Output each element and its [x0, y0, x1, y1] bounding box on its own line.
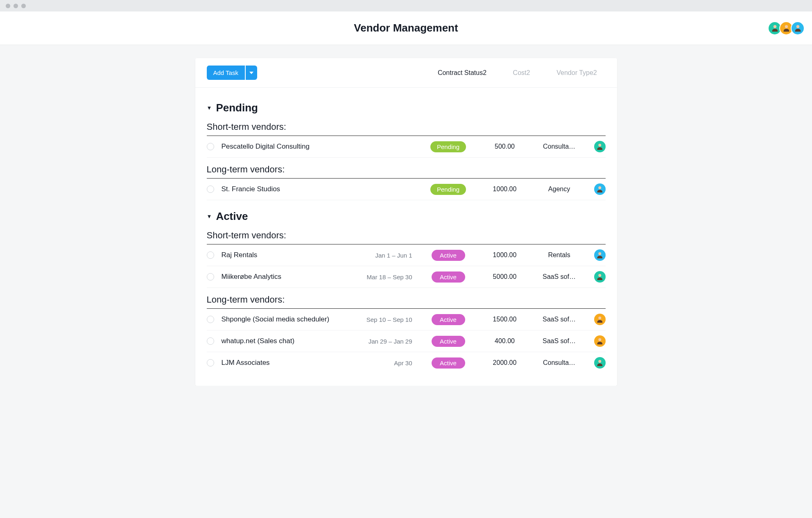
complete-checkbox[interactable]: [207, 185, 214, 193]
task-row[interactable]: Miikerøbe AnalyticsMar 18 – Sep 30Active…: [207, 266, 606, 288]
column-headers: Contract Status2 Cost2 Vendor Type2: [430, 69, 606, 77]
complete-checkbox[interactable]: [207, 337, 214, 345]
person-icon: [596, 315, 604, 323]
status-badge[interactable]: Active: [432, 271, 465, 283]
task-name[interactable]: Pescatello Digital Consulting: [222, 143, 352, 151]
task-name[interactable]: whatup.net (Sales chat): [222, 337, 352, 345]
collaborator-avatars[interactable]: [770, 21, 805, 35]
task-name[interactable]: Miikerøbe Analytics: [222, 273, 352, 281]
avatar[interactable]: [594, 249, 606, 261]
section-header[interactable]: ▼Pending: [207, 102, 606, 114]
status-badge[interactable]: Active: [432, 314, 465, 325]
traffic-light-zoom[interactable]: [21, 4, 26, 8]
page-title: Vendor Management: [354, 22, 458, 34]
task-row[interactable]: St. Francie StudiosPending1000.00Agency: [207, 179, 606, 200]
status-badge[interactable]: Pending: [430, 184, 466, 195]
cost-value: 500.00: [480, 143, 529, 150]
task-name[interactable]: St. Francie Studios: [222, 185, 352, 193]
column-header-status[interactable]: Contract Status2: [430, 69, 495, 77]
svg-point-8: [598, 186, 601, 189]
cost-value: 1000.00: [480, 251, 529, 259]
person-icon: [782, 24, 791, 32]
svg-point-18: [598, 360, 601, 363]
chevron-down-icon: [249, 72, 253, 74]
caret-down-icon: ▼: [207, 213, 212, 219]
complete-checkbox[interactable]: [207, 273, 214, 280]
complete-checkbox[interactable]: [207, 143, 214, 150]
task-date-range: Sep 10 – Sep 10: [355, 316, 416, 323]
section-title-text: Active: [216, 210, 248, 223]
vendor-type-value: SaaS sof…: [533, 273, 586, 280]
avatar[interactable]: [594, 357, 606, 369]
svg-point-14: [598, 317, 601, 319]
task-date-range: Apr 30: [355, 360, 416, 366]
section-title-text: Pending: [216, 102, 258, 114]
svg-point-12: [598, 274, 601, 277]
svg-point-0: [773, 25, 776, 28]
status-badge[interactable]: Active: [432, 250, 465, 261]
task-date-range: Jan 1 – Jun 1: [355, 252, 416, 259]
add-task-dropdown[interactable]: [246, 66, 257, 80]
avatar[interactable]: [791, 21, 805, 35]
task-row[interactable]: LJM AssociatesApr 30Active2000.00Consult…: [207, 352, 606, 373]
column-header-cost[interactable]: Cost2: [495, 69, 548, 77]
person-icon: [771, 24, 779, 32]
status-badge[interactable]: Active: [432, 357, 465, 369]
vendor-type-value: SaaS sof…: [533, 337, 586, 345]
task-row[interactable]: Raj RentalsJan 1 – Jun 1Active1000.00Ren…: [207, 244, 606, 266]
cost-value: 5000.00: [480, 273, 529, 280]
vendor-type-value: Agency: [533, 185, 586, 193]
svg-point-10: [598, 252, 601, 255]
avatar[interactable]: [594, 271, 606, 283]
person-icon: [596, 251, 604, 259]
svg-point-2: [785, 25, 787, 28]
person-icon: [596, 337, 604, 345]
cost-value: 2000.00: [480, 359, 529, 366]
traffic-light-close[interactable]: [6, 4, 10, 8]
svg-point-6: [598, 144, 601, 147]
group-header[interactable]: Short-term vendors:: [207, 230, 606, 244]
person-icon: [596, 359, 604, 367]
group-header[interactable]: Long-term vendors:: [207, 294, 606, 309]
person-icon: [596, 185, 604, 193]
app-header: Vendor Management: [0, 11, 812, 45]
task-date-range: Mar 18 – Sep 30: [355, 274, 416, 280]
task-date-range: Jan 29 – Jan 29: [355, 338, 416, 345]
svg-point-4: [796, 25, 799, 28]
vendor-type-value: SaaS sof…: [533, 316, 586, 323]
content-area: ▼PendingShort-term vendors:Pescatello Di…: [195, 88, 617, 373]
status-badge[interactable]: Active: [432, 336, 465, 347]
group-header[interactable]: Short-term vendors:: [207, 122, 606, 136]
cost-value: 1000.00: [480, 185, 529, 193]
cost-value: 400.00: [480, 337, 529, 345]
svg-point-16: [598, 338, 601, 341]
task-name[interactable]: Raj Rentals: [222, 251, 352, 259]
task-row[interactable]: Shpongle (Social media scheduler)Sep 10 …: [207, 309, 606, 330]
traffic-light-minimize[interactable]: [14, 4, 18, 8]
toolbar: Add Task Contract Status2 Cost2 Vendor T…: [195, 58, 617, 88]
complete-checkbox[interactable]: [207, 251, 214, 259]
task-name[interactable]: LJM Associates: [222, 359, 352, 367]
person-icon: [596, 273, 604, 281]
avatar[interactable]: [594, 141, 606, 152]
avatar[interactable]: [594, 314, 606, 325]
avatar[interactable]: [594, 183, 606, 195]
task-row[interactable]: Pescatello Digital ConsultingPending500.…: [207, 136, 606, 158]
task-name[interactable]: Shpongle (Social media scheduler): [222, 315, 352, 323]
section-header[interactable]: ▼Active: [207, 210, 606, 223]
avatar[interactable]: [594, 335, 606, 347]
task-row[interactable]: whatup.net (Sales chat)Jan 29 – Jan 29Ac…: [207, 330, 606, 352]
main-panel: Add Task Contract Status2 Cost2 Vendor T…: [195, 58, 617, 386]
vendor-type-value: Consulta…: [533, 143, 586, 150]
group-header[interactable]: Long-term vendors:: [207, 164, 606, 179]
column-header-vendor-type[interactable]: Vendor Type2: [548, 69, 606, 77]
caret-down-icon: ▼: [207, 105, 212, 111]
add-task-button[interactable]: Add Task: [207, 66, 245, 80]
complete-checkbox[interactable]: [207, 359, 214, 366]
person-icon: [596, 143, 604, 151]
window-titlebar: [0, 0, 812, 11]
person-icon: [794, 24, 802, 32]
status-badge[interactable]: Pending: [430, 141, 466, 152]
cost-value: 1500.00: [480, 316, 529, 323]
complete-checkbox[interactable]: [207, 316, 214, 323]
